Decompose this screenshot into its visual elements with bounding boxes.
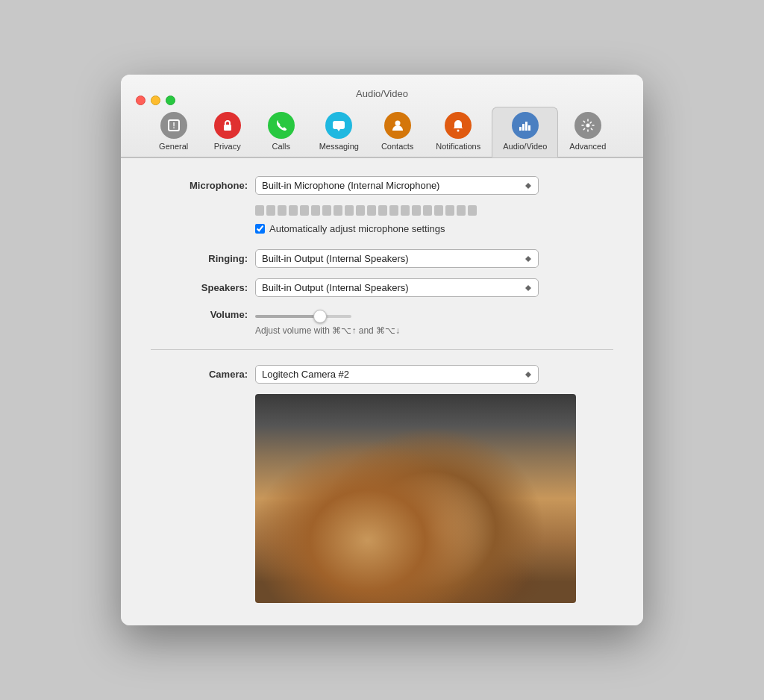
window-title: Audio/Video (356, 88, 408, 99)
tab-messaging[interactable]: Messaging (308, 107, 370, 157)
svg-rect-8 (525, 122, 527, 131)
svg-point-4 (395, 121, 400, 126)
tab-general[interactable]: ! General (147, 107, 201, 157)
maximize-button[interactable] (166, 96, 175, 105)
microphone-select[interactable]: Built-in Microphone (Internal Microphone… (255, 176, 539, 195)
speakers-control: Built-in Output (Internal Speakers) (255, 278, 539, 297)
notifications-icon (445, 112, 472, 139)
level-bar (255, 205, 264, 216)
svg-point-10 (586, 124, 589, 128)
level-bar (311, 205, 320, 216)
microphone-control: Built-in Microphone (Internal Microphone… (255, 176, 539, 195)
tab-notifications[interactable]: Notifications (425, 107, 492, 157)
tab-privacy-label: Privacy (214, 142, 241, 151)
level-bar (412, 205, 421, 216)
tab-general-label: General (159, 142, 188, 151)
svg-rect-6 (519, 127, 522, 131)
volume-hint: Adjust volume with ⌘⌥↑ and ⌘⌥↓ (255, 325, 613, 336)
main-window: Audio/Video ! General Privacy Calls (121, 75, 643, 625)
close-button[interactable] (136, 96, 145, 105)
tab-notifications-label: Notifications (436, 142, 480, 151)
camera-control: Logitech Camera #2 (255, 365, 539, 384)
level-bar (389, 205, 398, 216)
tab-advanced[interactable]: Advanced (558, 107, 617, 157)
general-icon: ! (160, 112, 187, 139)
ringing-row: Ringing: Built-in Output (Internal Speak… (151, 249, 613, 268)
tab-audiovideo-label: Audio/Video (503, 142, 547, 151)
volume-label: Volume: (151, 309, 248, 320)
ringing-control: Built-in Output (Internal Speakers) (255, 249, 539, 268)
camera-feed (255, 394, 576, 603)
section-divider (151, 349, 613, 350)
tab-contacts-label: Contacts (381, 142, 413, 151)
camera-preview (255, 394, 576, 603)
speakers-select[interactable]: Built-in Output (Internal Speakers) (255, 278, 539, 297)
svg-rect-7 (522, 124, 525, 131)
level-bar (356, 205, 365, 216)
camera-select[interactable]: Logitech Camera #2 (255, 365, 539, 384)
tab-messaging-label: Messaging (319, 142, 359, 151)
camera-section: Camera: Logitech Camera #2 (151, 365, 613, 603)
level-bar (367, 205, 376, 216)
level-bar (457, 205, 466, 216)
tab-advanced-label: Advanced (569, 142, 606, 151)
tab-privacy[interactable]: Privacy (201, 107, 254, 157)
svg-text:!: ! (172, 121, 175, 130)
camera-label: Camera: (151, 369, 248, 380)
level-bar (401, 205, 410, 216)
level-bar (266, 205, 275, 216)
level-bar (300, 205, 309, 216)
level-bar (468, 205, 477, 216)
level-bar (334, 205, 342, 216)
auto-adjust-checkbox[interactable] (255, 224, 265, 234)
volume-control (255, 307, 539, 321)
mic-levels (255, 205, 613, 216)
level-bar (278, 205, 286, 216)
svg-rect-2 (224, 125, 231, 131)
ringing-select[interactable]: Built-in Output (Internal Speakers) (255, 249, 539, 268)
minimize-button[interactable] (151, 96, 160, 105)
level-bar (378, 205, 387, 216)
titlebar: Audio/Video ! General Privacy Calls (121, 75, 643, 157)
svg-rect-9 (528, 125, 530, 131)
messaging-icon (325, 112, 352, 139)
level-bar (322, 205, 331, 216)
level-bar (345, 205, 354, 216)
camera-row: Camera: Logitech Camera #2 (151, 365, 613, 384)
tab-calls-label: Calls (272, 142, 289, 151)
level-bar (445, 205, 454, 216)
speakers-row: Speakers: Built-in Output (Internal Spea… (151, 278, 613, 297)
content-area: Microphone: Built-in Microphone (Interna… (121, 157, 643, 625)
speakers-label: Speakers: (151, 282, 248, 293)
audiovideo-icon (512, 112, 539, 139)
svg-point-5 (457, 130, 460, 132)
level-bar (289, 205, 298, 216)
advanced-icon (574, 112, 601, 139)
level-bar (423, 205, 432, 216)
microphone-label: Microphone: (151, 180, 248, 191)
toolbar: ! General Privacy Calls Messag (140, 107, 625, 157)
level-bar (434, 205, 443, 216)
svg-rect-3 (333, 121, 345, 129)
microphone-row: Microphone: Built-in Microphone (Interna… (151, 176, 613, 195)
tab-contacts[interactable]: Contacts (370, 107, 425, 157)
privacy-icon (214, 112, 241, 139)
contacts-icon (384, 112, 411, 139)
volume-row: Volume: (151, 307, 613, 321)
auto-adjust-label: Automatically adjust microphone settings (269, 223, 445, 234)
traffic-lights (136, 96, 175, 105)
ringing-label: Ringing: (151, 253, 248, 264)
auto-adjust-row: Automatically adjust microphone settings (255, 223, 613, 234)
calls-icon (268, 112, 295, 139)
tab-calls[interactable]: Calls (254, 107, 308, 157)
tab-audiovideo[interactable]: Audio/Video (492, 107, 558, 157)
volume-slider[interactable] (255, 315, 351, 318)
